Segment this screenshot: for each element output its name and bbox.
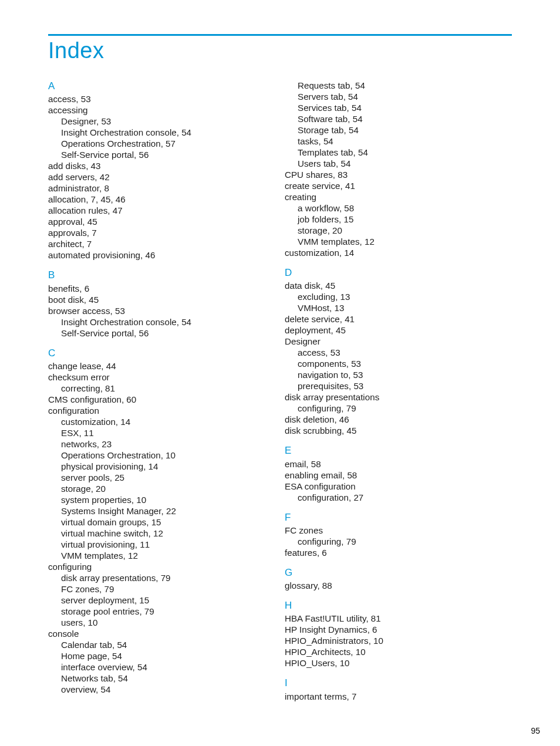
index-entry: customization, 14	[285, 247, 512, 258]
index-entry: CMS configuration, 60	[48, 394, 280, 405]
index-letter: E	[285, 444, 512, 457]
index-entry: configuring, 79	[285, 536, 512, 547]
index-entry: browser access, 53	[48, 305, 280, 316]
index-entry: benefits, 6	[48, 283, 280, 294]
index-entry: Storage tab, 54	[285, 124, 512, 136]
index-entry: Home page, 54	[48, 650, 280, 661]
index-entry: architect, 7	[48, 238, 280, 249]
index-entry: FC zones	[285, 525, 512, 536]
index-column-right: Requests tab, 54Servers tab, 54Services …	[280, 80, 512, 702]
index-entry: configuring	[48, 561, 280, 572]
index-entry: ESX, 11	[48, 427, 280, 438]
index-entry: CPU shares, 83	[285, 169, 512, 180]
index-letter: C	[48, 347, 280, 359]
index-entry: allocation, 7, 45, 46	[48, 194, 280, 205]
index-letter: B	[48, 269, 280, 281]
index-entry: server pools, 25	[48, 472, 280, 483]
index-entry: disk deletion, 46	[285, 414, 512, 425]
index-entry: networks, 23	[48, 438, 280, 450]
index-entry: disk scrubbing, 45	[285, 425, 512, 436]
index-entry: Insight Orchestration console, 54	[48, 316, 280, 328]
index-entry: HPIO_Administrators, 10	[285, 635, 512, 646]
index-entry: enabling email, 58	[285, 470, 512, 481]
index-entry: Designer	[285, 336, 512, 347]
index-column-left: Aaccess, 53accessingDesigner, 53Insight …	[48, 80, 280, 702]
index-entry: Networks tab, 54	[48, 673, 280, 684]
index-entry: Calendar tab, 54	[48, 639, 280, 650]
index-entry: Servers tab, 54	[285, 91, 512, 102]
index-entry: job folders, 15	[285, 214, 512, 225]
index-entry: storage, 20	[285, 225, 512, 236]
index-entry: configuration, 27	[285, 492, 512, 503]
index-entry: deployment, 45	[285, 325, 512, 336]
index-entry: console	[48, 628, 280, 639]
index-entry: correcting, 81	[48, 383, 280, 394]
index-entry: add disks, 43	[48, 160, 280, 171]
index-entry: automated provisioning, 46	[48, 249, 280, 261]
index-entry: approval, 45	[48, 216, 280, 227]
index-entry: VMM templates, 12	[285, 236, 512, 247]
index-entry: features, 6	[285, 547, 512, 558]
index-entry: Requests tab, 54	[285, 80, 512, 91]
index-entry: delete service, 41	[285, 313, 512, 325]
index-entry: configuring, 79	[285, 403, 512, 414]
index-entry: overview, 54	[48, 684, 280, 695]
index-entry: Self-Service portal, 56	[48, 149, 280, 160]
index-entry: email, 58	[285, 458, 512, 470]
index-entry: Users tab, 54	[285, 158, 512, 169]
index-entry: creating	[285, 191, 512, 202]
index-entry: interface overview, 54	[48, 661, 280, 673]
index-entry: Insight Orchestration console, 54	[48, 127, 280, 138]
index-entry: Software tab, 54	[285, 113, 512, 124]
index-letter: F	[285, 511, 512, 524]
index-entry: virtual domain groups, 15	[48, 517, 280, 528]
index-entry: glossary, 88	[285, 580, 512, 591]
index-entry: approvals, 7	[48, 227, 280, 238]
index-entry: HPIO_Architects, 10	[285, 646, 512, 657]
index-letter: I	[285, 677, 512, 689]
index-letter: A	[48, 80, 280, 92]
index-entry: accessing	[48, 104, 280, 116]
index-entry: Operations Orchestration, 57	[48, 138, 280, 149]
index-entry: access, 53	[48, 93, 280, 104]
page-number: 95	[531, 726, 540, 735]
index-entry: access, 53	[285, 347, 512, 358]
index-entry: Self-Service portal, 56	[48, 328, 280, 339]
index-entry: virtual machine switch, 12	[48, 528, 280, 539]
index-entry: disk array presentations	[285, 391, 512, 403]
index-entry: customization, 14	[48, 416, 280, 427]
index-entry: add servers, 42	[48, 171, 280, 183]
index-entry: system properties, 10	[48, 494, 280, 505]
index-entry: checksum error	[48, 372, 280, 383]
index-entry: navigation to, 53	[285, 369, 512, 380]
index-entry: Operations Orchestration, 10	[48, 450, 280, 461]
index-entry: data disk, 45	[285, 280, 512, 291]
index-entry: Templates tab, 54	[285, 147, 512, 158]
index-entry: VMM templates, 12	[48, 550, 280, 561]
index-entry: ESA configuration	[285, 481, 512, 492]
index-entry: Services tab, 54	[285, 102, 512, 113]
index-entry: excluding, 13	[285, 291, 512, 302]
index-entry: disk array presentations, 79	[48, 572, 280, 583]
index-entry: Systems Insight Manager, 22	[48, 505, 280, 517]
index-entry: HBA Fast!UTIL utility, 81	[285, 613, 512, 624]
index-entry: users, 10	[48, 617, 280, 628]
index-entry: virtual provisioning, 11	[48, 539, 280, 550]
index-entry: physical provisioning, 14	[48, 461, 280, 472]
index-entry: change lease, 44	[48, 360, 280, 372]
index-entry: storage, 20	[48, 483, 280, 494]
index-entry: HP Insight Dynamics, 6	[285, 624, 512, 635]
index-entry: create service, 41	[285, 180, 512, 191]
index-letter: G	[285, 566, 512, 579]
index-entry: a workflow, 58	[285, 202, 512, 214]
index-letter: H	[285, 599, 512, 612]
index-entry: boot disk, 45	[48, 294, 280, 305]
index-columns: Aaccess, 53accessingDesigner, 53Insight …	[48, 80, 512, 702]
index-entry: HPIO_Users, 10	[285, 657, 512, 669]
index-entry: prerequisites, 53	[285, 380, 512, 391]
index-entry: allocation rules, 47	[48, 205, 280, 216]
index-entry: FC zones, 79	[48, 583, 280, 595]
index-entry: components, 53	[285, 358, 512, 369]
top-rule	[48, 34, 512, 36]
index-entry: storage pool entries, 79	[48, 606, 280, 617]
